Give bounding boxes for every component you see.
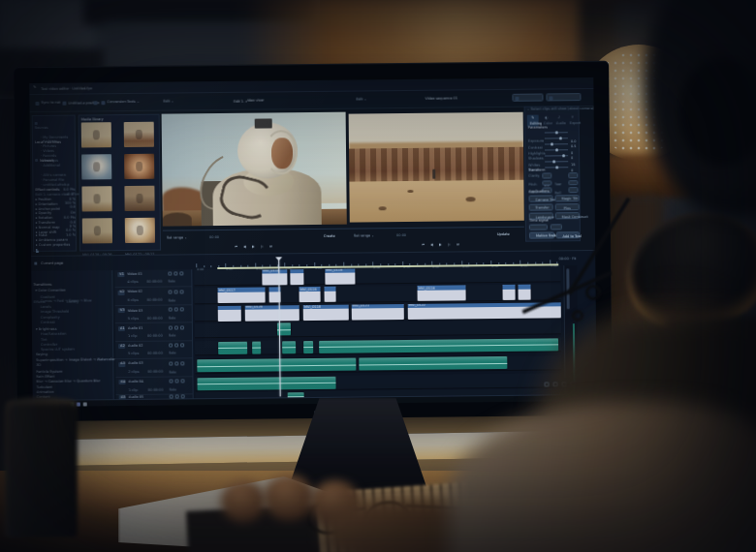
pen-icon: ✎	[33, 86, 36, 90]
play-button[interactable]: ▶	[252, 234, 258, 253]
track-header[interactable]: A2Audio 025 clips00:00:00Solo	[115, 341, 192, 359]
network-icon	[35, 159, 38, 162]
solo-icon[interactable]	[180, 379, 184, 383]
eye-icon[interactable]	[174, 307, 178, 311]
video-clip[interactable]: MVI_0118	[303, 304, 349, 320]
preview2-cliff	[349, 147, 523, 182]
play-button[interactable]: ▶	[439, 232, 445, 251]
lock-icon[interactable]	[169, 344, 173, 348]
track-header[interactable]: A1Audio 011 clip00:00:00Solo	[115, 323, 192, 342]
track-header[interactable]: V2Video 026 clips00:00:00Solo	[114, 288, 191, 306]
video-clip[interactable]: MVI_0117	[217, 288, 265, 304]
media-thumbnail[interactable]	[82, 218, 112, 243]
audio-clip[interactable]	[282, 341, 296, 353]
solo-icon[interactable]	[180, 325, 184, 329]
audio-clip[interactable]	[303, 341, 313, 353]
track-header[interactable]: V3Video 035 clips00:00:00Solo	[115, 305, 192, 323]
lock-icon[interactable]	[169, 361, 173, 365]
monitor: ✎ Test video editor · Untitled.fpx Sync …	[14, 61, 613, 421]
update-button[interactable]: Update	[497, 232, 510, 236]
media-thumbnail[interactable]	[81, 154, 111, 179]
eye-icon[interactable]	[174, 290, 178, 293]
lock-icon[interactable]	[169, 380, 173, 383]
preview2-sand	[349, 180, 523, 223]
track-lane	[194, 265, 560, 286]
timeline-clips-area: MVI_0114MVI_0116MVI_0117MVI_0115MVI_0119…	[194, 265, 561, 399]
ruler-tick	[210, 265, 211, 267]
track-header-column: V1Video 014 clips00:00:00SoloV2Video 026…	[114, 269, 193, 400]
producer-script-button[interactable]: Producer script	[546, 93, 581, 101]
video-clip[interactable]: MVI_0116	[325, 268, 355, 284]
helmet-visor-rim	[265, 130, 298, 174]
solo-icon[interactable]	[180, 343, 184, 347]
video-clip[interactable]	[518, 285, 530, 300]
footer-button[interactable]: Add to Tool	[556, 231, 580, 238]
set-range-dropdown[interactable]: Set range ⌄	[354, 233, 374, 237]
mute-icon[interactable]	[174, 361, 178, 365]
settings-icon[interactable]	[83, 402, 87, 406]
video-clip[interactable]	[218, 305, 241, 321]
mute-icon[interactable]	[174, 325, 178, 329]
video-clip[interactable]: MVI_0121	[352, 304, 404, 321]
monitor2-menu[interactable]: Edit ⌄	[356, 98, 366, 102]
folder-icon	[515, 96, 519, 100]
effect-controls-rows: ▸ Position0.0 Pts▸ Orientation0.0°▸ Anch…	[35, 188, 76, 239]
prev-frame-button[interactable]: ⏮	[235, 234, 241, 253]
media-thumbnail[interactable]	[124, 122, 154, 147]
step-back-button[interactable]: ◀	[243, 234, 249, 253]
mug	[5, 402, 78, 537]
step-back-button[interactable]: ◀	[430, 232, 436, 251]
media-thumbnail[interactable]	[124, 154, 154, 179]
media-thumbnail[interactable]	[124, 186, 154, 211]
audio-clip[interactable]	[197, 358, 356, 373]
lock-icon[interactable]	[169, 290, 173, 293]
video-clip[interactable]: MVI_0119	[417, 285, 465, 301]
video-clip[interactable]: MVI_0114	[262, 269, 287, 285]
step-forward-button[interactable]: ▷	[261, 234, 267, 253]
audio-clip[interactable]	[218, 341, 247, 353]
effects-tree-panel: TransitionsEffectsLibrary ▾ Color Correc…	[31, 270, 113, 401]
media-thumbnail[interactable]	[81, 186, 111, 211]
mute-icon[interactable]	[174, 379, 178, 383]
set-range-dropdown[interactable]: Set range ⌄	[167, 235, 187, 239]
lock-icon[interactable]	[168, 272, 172, 276]
photo-scene: ✎ Test video editor · Untitled.fpx Sync …	[0, 0, 756, 552]
audio-clip[interactable]	[252, 341, 261, 353]
video-clip[interactable]: MVI_0115	[299, 287, 320, 302]
lock-icon[interactable]	[169, 308, 173, 312]
track-header[interactable]: V1Video 014 clips00:00:00Solo	[114, 269, 191, 288]
audio-clip[interactable]	[319, 338, 558, 353]
video-clip[interactable]	[324, 287, 335, 302]
step-forward-button[interactable]: ▷	[448, 232, 454, 251]
effect-row[interactable]: ▸ Custom properties1.0 %	[36, 233, 76, 238]
media-thumbnail[interactable]	[81, 122, 111, 147]
timecode: 00:00	[209, 235, 219, 239]
fx-icon[interactable]	[180, 307, 184, 311]
trade-folder-button[interactable]: Trade folder	[512, 94, 543, 102]
lock-icon[interactable]	[169, 325, 173, 329]
video-clip[interactable]: MVI_0120	[245, 305, 299, 322]
monitor1-menu[interactable]: Edit ⌄	[163, 100, 173, 104]
video-clip[interactable]	[502, 285, 515, 300]
preview-source[interactable]	[349, 112, 524, 223]
next-frame-button[interactable]: ⏭	[269, 234, 276, 253]
clapper-icon	[549, 96, 552, 100]
track-header[interactable]: A3Audio 032 clips00:00:00Solo	[115, 359, 192, 378]
monitor2-title: Video sequence 01	[383, 97, 499, 105]
prev-frame-button[interactable]: ⏮	[422, 232, 428, 251]
audio-clip[interactable]	[197, 376, 335, 389]
solo-icon[interactable]	[180, 361, 184, 365]
create-button[interactable]: Create	[324, 234, 335, 238]
next-frame-button[interactable]: ⏭	[457, 232, 463, 251]
audio-clip[interactable]	[359, 356, 507, 371]
fx-icon[interactable]	[179, 271, 183, 275]
video-clip[interactable]	[290, 269, 303, 285]
mute-icon[interactable]	[174, 343, 178, 347]
eye-icon[interactable]	[173, 271, 177, 275]
media-thumbnail[interactable]	[125, 218, 155, 243]
sync-icon	[35, 102, 39, 106]
footer-button[interactable]: Motion Switch	[529, 231, 554, 238]
preview-program[interactable]	[162, 112, 347, 227]
fx-icon[interactable]	[180, 290, 184, 293]
clip-header	[324, 287, 335, 291]
